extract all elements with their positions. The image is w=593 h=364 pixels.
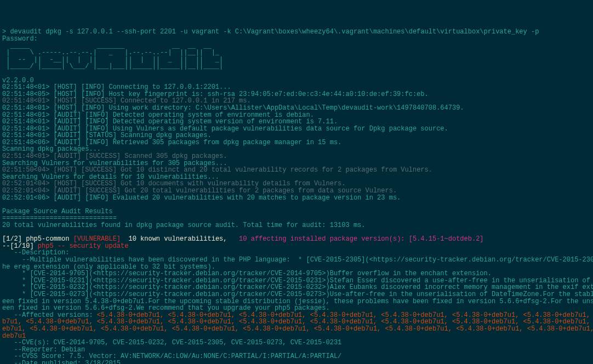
command-line: > devaudit dpkg -s 127.0.0.1 --ssh-port … bbox=[2, 28, 539, 36]
date-line: --Date published: 3/18/2015 bbox=[2, 360, 121, 364]
affected-list: eb7u1, <5.4.38-0+deb7u1, <5.4.38-0+deb7u… bbox=[2, 325, 593, 333]
package-count: 10 known vulnerabilities, bbox=[121, 235, 231, 243]
results-total: 20 total vulnerabilities found in dpkg p… bbox=[2, 221, 366, 229]
ascii-art-line: |_____/ |_____| \___/ |___|___||_____||_… bbox=[2, 62, 223, 70]
log-line: 02:52:01<06> [AUDIT] [INFO] Evaluated 20… bbox=[2, 194, 401, 202]
affected-versions: 10 affecting installed package version(s… bbox=[231, 235, 484, 243]
terminal-output: > devaudit dpkg -s 127.0.0.1 --ssh-port … bbox=[2, 29, 591, 364]
